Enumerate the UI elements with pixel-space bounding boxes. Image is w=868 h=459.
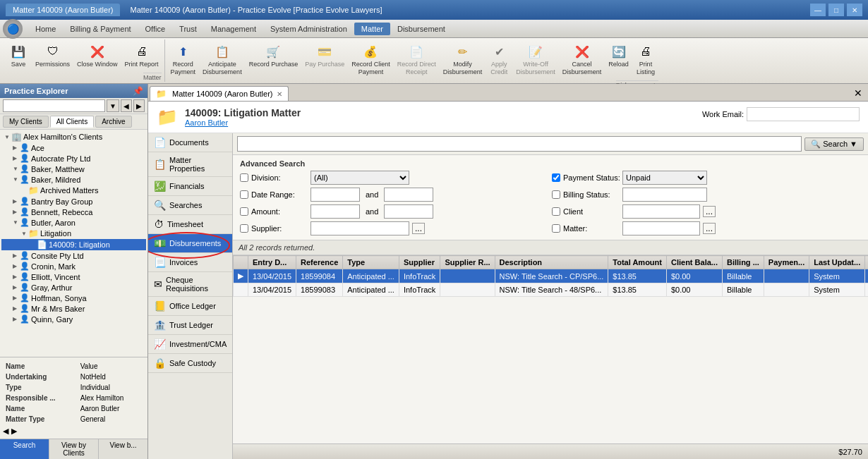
supplier-input[interactable] (311, 221, 409, 235)
nav-documents[interactable]: 📄 Documents (148, 133, 232, 152)
col-header-description[interactable]: Description (495, 256, 608, 269)
scroll-left-icon[interactable]: ◀ (3, 427, 8, 436)
tree-item-bennett[interactable]: ▶ 👤 Bennett, Rebecca (1, 207, 146, 217)
amount-to[interactable] (384, 204, 433, 219)
billing-status-input[interactable] (622, 188, 707, 202)
daterange-checkbox[interactable] (240, 190, 248, 199)
menu-sysadmin[interactable]: System Administration (263, 23, 354, 35)
anticipate-disbursement-button[interactable]: 📋 AnticipateDisbursement (200, 41, 245, 78)
tree-item-cronin[interactable]: ▶ 👤 Cronin, Mark (1, 261, 146, 271)
client-browse-icon[interactable]: ... (703, 206, 716, 217)
close-button[interactable]: ✕ (847, 4, 862, 16)
tree-item-butler[interactable]: ▼ 👤 Butler, Aaron (1, 217, 146, 228)
matter-browse-icon[interactable]: ... (703, 223, 716, 234)
col-header-client-bal[interactable]: Client Bala... (666, 256, 722, 269)
pe-nav-back[interactable]: ◀ (121, 99, 132, 112)
tree-item-bantry[interactable]: ▶ 👤 Bantry Bay Group (1, 196, 146, 207)
col-header-last-updated[interactable]: Last Updat... (865, 256, 868, 269)
permissions-button[interactable]: 🛡 Permissions (32, 41, 73, 70)
pe-tab-myclients[interactable]: My Clients (3, 116, 49, 128)
col-header-last-updated-by[interactable]: Last Updat... (809, 256, 865, 269)
tree-item-140009[interactable]: 📄 140009: Litigation (1, 239, 146, 250)
menu-billing[interactable]: Billing & Payment (63, 23, 138, 35)
tree-item-quinn[interactable]: ▶ 👤 Quinn, Gary (1, 314, 146, 324)
save-button[interactable]: 💾 Save (6, 41, 31, 70)
tree-item-autocrate[interactable]: ▶ 👤 Autocrate Pty Ltd (1, 153, 146, 164)
menu-office[interactable]: Office (138, 23, 173, 35)
minimize-button[interactable]: — (810, 4, 826, 16)
close-all-icon[interactable]: ✕ (850, 85, 867, 101)
division-checkbox[interactable] (240, 173, 248, 182)
nav-disbursements[interactable]: 💵 Disbursements (148, 234, 232, 253)
tree-item-elliott[interactable]: ▶ 👤 Elliott, Vincent (1, 271, 146, 282)
tree-item-baker-matthew[interactable]: ▼ 👤 Baker, Matthew (1, 164, 146, 174)
title-bar-tab[interactable]: Matter 140009 (Aaron Butler) (6, 4, 120, 16)
nav-trust-ledger[interactable]: 🏦 Trust Ledger (148, 316, 232, 335)
tree-item-gray[interactable]: ▶ 👤 Gray, Arthur (1, 282, 146, 293)
matter-tab-close[interactable]: ✕ (277, 90, 282, 98)
close-window-button[interactable]: ❌ Close Window (74, 41, 121, 70)
tree-item-archived-matters[interactable]: 📁 Archived Matters (1, 185, 146, 196)
record-client-payment-button[interactable]: 💰 Record ClientPayment (349, 41, 393, 78)
matter-tab[interactable]: 📁 Matter 140009 (Aaron Butler) ✕ (150, 86, 289, 101)
tree-item-hoffman[interactable]: ▶ 👤 Hoffman, Sonya (1, 293, 146, 303)
nav-office-ledger[interactable]: 📒 Office Ledger (148, 297, 232, 316)
col-header-billing[interactable]: Billing ... (722, 256, 764, 269)
menu-matter[interactable]: Matter (354, 23, 390, 35)
pe-search-input[interactable] (3, 99, 105, 112)
col-header-supplier-ref[interactable]: Supplier R... (440, 256, 495, 269)
pe-nav-forward[interactable]: ▶ (133, 99, 145, 112)
menu-disbursement[interactable]: Disbursement (390, 23, 452, 35)
col-header-supplier[interactable]: Supplier (399, 256, 440, 269)
nav-cheque-requisitions[interactable]: ✉ Cheque Requisitions (148, 272, 232, 297)
cancel-disbursement-button[interactable]: ❌ CancelDisbursement (560, 41, 605, 78)
tree-item-mrsmrs-baker[interactable]: ▶ 👤 Mr & Mrs Baker (1, 303, 146, 314)
tree-item-baker-mildred[interactable]: ▼ 👤 Baker, Mildred (1, 174, 146, 185)
client-input[interactable] (622, 204, 700, 219)
print-report-button[interactable]: 🖨 Print Report (122, 41, 162, 70)
reload-button[interactable]: 🔄 Reload (605, 41, 632, 78)
record-purchase-button[interactable]: 🛒 Record Purchase (246, 41, 301, 78)
pe-bottom-viewbyclients[interactable]: View by Clients (49, 439, 99, 459)
menu-management[interactable]: Management (204, 23, 263, 35)
col-header-reference[interactable]: Reference (296, 256, 343, 269)
work-email-input[interactable] (747, 107, 860, 121)
modify-disbursement-button[interactable]: ✏ ModifyDisbursement (440, 41, 486, 78)
billing-status-checkbox[interactable] (552, 190, 560, 199)
amount-checkbox[interactable] (240, 207, 248, 216)
record-payment-button[interactable]: ⬆ RecordPayment (168, 41, 199, 78)
nav-matter-properties[interactable]: 📋 Matter Properties (148, 152, 232, 177)
print-listing-button[interactable]: 🖨 PrintListing (633, 41, 658, 78)
matter-checkbox[interactable] (552, 224, 560, 233)
supplier-browse-icon[interactable]: ... (412, 223, 425, 234)
table-row[interactable]: 13/04/2015 18599083 Anticipated ... Info… (234, 283, 869, 297)
scroll-right-icon[interactable]: ▶ (11, 427, 17, 436)
col-header-arrow[interactable] (234, 256, 248, 269)
tree-item-ace[interactable]: ▶ 👤 Ace (1, 142, 146, 153)
matter-input[interactable] (622, 221, 700, 235)
nav-investment-cma[interactable]: 📈 Investment/CMA (148, 335, 232, 354)
division-select[interactable]: (All) (311, 171, 409, 185)
supplier-checkbox[interactable] (240, 224, 248, 233)
col-header-entry-date[interactable]: Entry D... (248, 256, 296, 269)
menu-trust[interactable]: Trust (172, 23, 204, 35)
payment-status-select[interactable]: Unpaid (622, 171, 707, 185)
nav-safe-custody[interactable]: 🔒 Safe Custody (148, 354, 232, 373)
disbursements-search-input[interactable] (237, 136, 802, 152)
matter-client-link[interactable]: Aaron Butler (185, 118, 702, 127)
daterange-to[interactable] (384, 188, 433, 202)
nav-searches[interactable]: 🔍 Searches (148, 196, 232, 215)
pe-pin-icon[interactable]: 📌 (133, 86, 143, 96)
tree-item-litigation-folder[interactable]: ▼ 📁 Litigation (1, 228, 146, 239)
daterange-from[interactable] (311, 188, 360, 202)
table-row[interactable]: ▶ 13/04/2015 18599084 Anticipated ... In… (234, 269, 869, 283)
pe-bottom-search[interactable]: Search (0, 439, 49, 459)
pe-search-button[interactable]: ▼ (107, 99, 119, 112)
nav-invoices[interactable]: 📃 Invoices (148, 253, 232, 272)
payment-status-checkbox[interactable] (552, 173, 560, 182)
col-header-payment[interactable]: Paymen... (764, 256, 809, 269)
pe-bottom-viewb[interactable]: View b... (99, 439, 147, 459)
pe-tab-archive[interactable]: Archive (95, 116, 131, 128)
tree-item-consite[interactable]: ▶ 👤 Consite Pty Ltd (1, 250, 146, 261)
col-header-total-amount[interactable]: Total Amount (608, 256, 667, 269)
